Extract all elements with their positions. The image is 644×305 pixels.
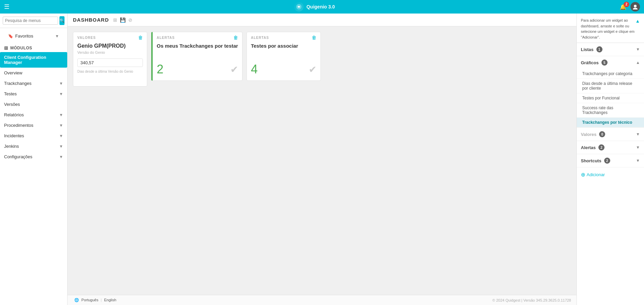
dashboard-grid-icon[interactable]: ⊞ [113, 17, 117, 23]
widget-alertas-2-title: Testes por associar [247, 42, 320, 62]
listas-chevron-icon: ▼ [636, 47, 640, 52]
sidebar-item-procedimentos[interactable]: Procedimentos ▼ [0, 120, 67, 131]
sidebar-item-incidentes[interactable]: Incidentes ▼ [0, 131, 67, 141]
dashboard-reset-icon[interactable]: ⊘ [128, 17, 132, 23]
widget-valores-type: VALORES [77, 36, 96, 40]
dashboard-title: DASHBOARD [73, 17, 109, 23]
globe-icon: 🌐 [74, 298, 79, 302]
tip-icon: ▲ [635, 18, 640, 25]
footer-language-switcher: 🌐 Português | English [73, 298, 116, 302]
widget-alertas-2-check-icon: ✔ [309, 64, 316, 75]
panel-section-listas: Listas 1 ▼ [577, 43, 644, 56]
relatorios-chevron-icon: ▼ [59, 113, 63, 117]
favoritos-item[interactable]: 🔖 Favoritos ▼ [4, 31, 63, 41]
top-header: ☰ Quigenio 3.0 🔔 2 [0, 0, 644, 14]
search-input[interactable] [3, 17, 58, 25]
panel-section-valores: Valores 0 ▼ [577, 128, 644, 141]
panel-graficos-badge: 5 [601, 60, 608, 66]
footer: 🌐 Português | English © 2024 Quidgest | … [68, 295, 576, 305]
panel-section-alertas: Alertas 2 ▼ [577, 141, 644, 154]
widget-valores-subtitle: Versão do Genio [73, 50, 147, 56]
panel-item-success-rate[interactable]: Success rate das Trackchanges [577, 103, 644, 118]
favoritos-chevron-icon: ▼ [55, 34, 59, 39]
widget-alertas-2-delete-button[interactable]: 🗑 [312, 35, 316, 40]
jenkins-chevron-icon: ▼ [59, 144, 63, 149]
dashboard-content: VALORES 🗑 Genio GPM(PROD) Versão do Geni… [68, 26, 576, 295]
widget-alertas-2: ALERTAS 🗑 Testes por associar 4 ✔ [247, 32, 321, 81]
widget-alertas-1-number: 2 [157, 62, 163, 76]
widget-valores-delete-button[interactable]: 🗑 [138, 35, 143, 40]
configuracoes-chevron-icon: ▼ [59, 155, 63, 159]
panel-listas-badge: 1 [596, 46, 602, 52]
panel-alertas-label: Alertas [581, 145, 596, 150]
panel-shortcuts-label: Shortcuts [581, 158, 601, 163]
modulos-header[interactable]: ⊞ MÓDULOS [4, 45, 63, 51]
widget-alertas-2-number: 4 [251, 62, 258, 76]
sidebar-item-trackchanges[interactable]: Trackchanges ▼ [0, 78, 67, 89]
sidebar-item-testes[interactable]: Testes ▼ [0, 89, 67, 99]
widget-valores-label: Dias desde a última Versão do Genio [73, 69, 147, 76]
widget-valores: VALORES 🗑 Genio GPM(PROD) Versão do Geni… [73, 32, 147, 87]
sidebar-item-jenkins[interactable]: Jenkins ▼ [0, 141, 67, 151]
panel-section-alertas-header[interactable]: Alertas 2 ▼ [577, 141, 644, 154]
grid-icon: ⊞ [4, 45, 8, 51]
widget-valores-bottom [73, 76, 147, 86]
sidebar: 🔍 🔖 Favoritos ▼ ⊞ MÓDULOS Client Configu… [0, 14, 68, 305]
panel-item-dias-release[interactable]: Dias desde a última release por cliente [577, 79, 644, 93]
widget-valores-header: VALORES 🗑 [73, 32, 147, 42]
panel-valores-label: Valores [581, 132, 596, 137]
content-area: DASHBOARD ⊞ 💾 ⊘ VALORES 🗑 Genio GPM(PROD… [68, 14, 576, 305]
panel-item-trackchanges-cat[interactable]: Trackchanges por categoria [577, 69, 644, 79]
widget-valores-value: 340,57 [77, 58, 143, 67]
search-icon: 🔍 [59, 18, 65, 23]
app-logo [294, 2, 304, 11]
sidebar-item-active-label: Client Configuration Manager [4, 55, 63, 65]
trackchanges-chevron-icon: ▼ [59, 81, 63, 86]
sidebar-item-versoes[interactable]: Versões [0, 99, 67, 110]
panel-item-testes-func[interactable]: Testes por Funcional [577, 93, 644, 103]
sidebar-item-relatorios[interactable]: Relatórios ▼ [0, 110, 67, 120]
panel-section-shortcuts: Shortcuts 2 ▼ [577, 154, 644, 167]
sidebar-item-overview-label: Overview [4, 70, 22, 75]
sidebar-item-procedimentos-label: Procedimentos [4, 123, 33, 128]
sidebar-item-client-config[interactable]: Client Configuration Manager [0, 52, 67, 68]
panel-item-trackchanges-tec[interactable]: Trackchanges por técnico [577, 118, 644, 127]
sidebar-item-trackchanges-label: Trackchanges [4, 81, 31, 86]
favoritos-label: Favoritos [15, 33, 33, 39]
testes-chevron-icon: ▼ [59, 92, 63, 96]
lang-pt-link[interactable]: Português [81, 298, 98, 302]
plus-icon: ⊕ [581, 171, 585, 178]
notification-bell[interactable]: 🔔 2 [620, 4, 626, 10]
app-title: Quigenio 3.0 [306, 4, 335, 9]
main-layout: 🔍 🔖 Favoritos ▼ ⊞ MÓDULOS Client Configu… [0, 14, 644, 305]
right-panel-tip: ▲ Para adicionar um widget ao dashboard,… [577, 14, 644, 43]
dashboard-save-icon[interactable]: 💾 [120, 17, 126, 23]
widget-alertas-1-header: ALERTAS 🗑 [153, 32, 242, 42]
incidentes-chevron-icon: ▼ [59, 134, 63, 138]
search-button[interactable]: 🔍 [59, 16, 65, 25]
panel-section-graficos-header[interactable]: Gráficos 5 ▲ [577, 56, 644, 69]
hamburger-menu-icon[interactable]: ☰ [4, 3, 9, 10]
widget-alertas-1-check-icon: ✔ [230, 64, 238, 75]
lang-en-link[interactable]: English [104, 298, 116, 302]
favoritos-section: 🔖 Favoritos ▼ [0, 28, 67, 43]
widget-alertas-2-type: ALERTAS [251, 36, 269, 40]
user-avatar[interactable] [630, 2, 640, 11]
sidebar-item-versoes-label: Versões [4, 102, 20, 107]
widget-valores-title: Genio GPM(PROD) [73, 42, 147, 50]
svg-point-1 [634, 5, 637, 7]
panel-section-listas-header[interactable]: Listas 1 ▼ [577, 43, 644, 56]
widget-alertas-1-delete-button[interactable]: 🗑 [233, 35, 238, 40]
sidebar-item-testes-label: Testes [4, 91, 17, 96]
widget-alertas-1: ALERTAS 🗑 Os meus Trackchanges por testa… [151, 32, 242, 81]
sidebar-item-overview[interactable]: Overview [0, 68, 67, 78]
widget-alertas-1-title: Os meus Trackchanges por testar [153, 42, 242, 62]
sidebar-item-configuracoes[interactable]: Configurações ▼ [0, 151, 67, 162]
shortcuts-chevron-icon: ▼ [636, 158, 640, 163]
sidebar-item-incidentes-label: Incidentes [4, 133, 24, 138]
panel-section-valores-header[interactable]: Valores 0 ▼ [577, 128, 644, 141]
add-widget-button[interactable]: ⊕ Adicionar [577, 167, 644, 182]
panel-section-graficos: Gráficos 5 ▲ Trackchanges por categoria … [577, 56, 644, 128]
panel-section-shortcuts-header[interactable]: Shortcuts 2 ▼ [577, 154, 644, 167]
panel-graficos-label: Gráficos [581, 60, 599, 65]
